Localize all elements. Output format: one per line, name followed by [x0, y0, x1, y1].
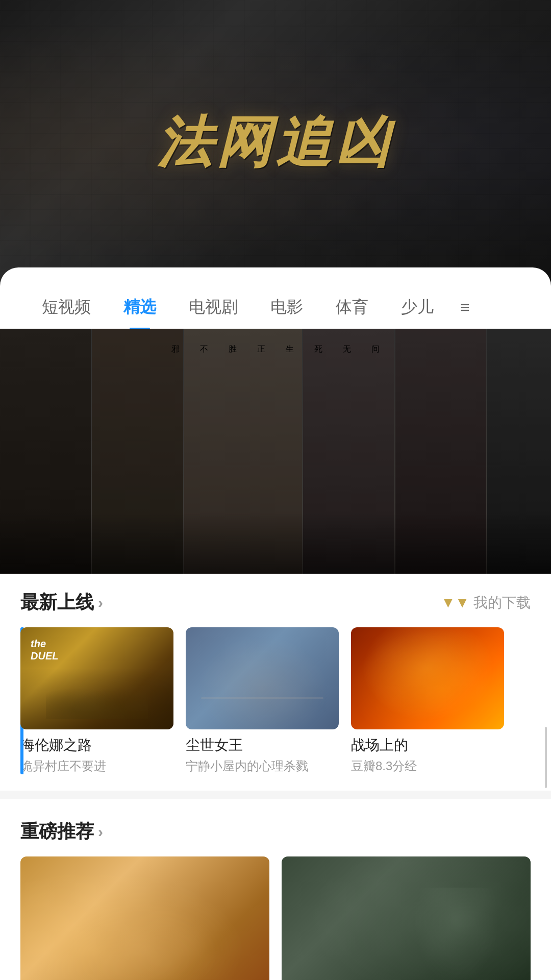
tab-featured[interactable]: 精选: [107, 286, 172, 329]
hero-title: 法网追凶: [157, 106, 394, 180]
newest-scroll-list[interactable]: theDUEL 海伦娜之路 诡异村庄不要进 尘世女王 宁静小屋内的心理杀戮: [0, 627, 551, 787]
tab-tvshow[interactable]: 电视剧: [172, 286, 254, 329]
recommend-title: 重磅推荐 ›: [20, 819, 103, 844]
thumb-battlefield-bg: [351, 627, 504, 729]
grid-card-love[interactable]: 全20集 爱的代价: [20, 856, 269, 980]
thumb-love-bg: [20, 856, 269, 980]
duel-subtitle: 诡异村庄不要进: [20, 758, 173, 774]
recommend-grid: 全20集 爱的代价 全40集 江湖正道·斗顽匪: [0, 856, 551, 980]
recommend-arrow[interactable]: ›: [98, 823, 103, 841]
thumb-love[interactable]: 全20集: [20, 856, 269, 980]
download-label: 我的下载: [473, 593, 531, 612]
queen-title: 尘世女王: [186, 736, 339, 755]
thumb-river[interactable]: 全40集: [282, 856, 531, 980]
tab-movie[interactable]: 电影: [254, 286, 319, 329]
tab-kids[interactable]: 少儿: [385, 286, 450, 329]
banner-gradient: [0, 512, 551, 574]
media-card-queen[interactable]: 尘世女王 宁静小屋内的心理杀戮: [186, 627, 339, 774]
battlefield-title: 战场上的: [351, 736, 504, 755]
thumb-battlefield[interactable]: [351, 627, 504, 729]
thumb-duel-bg: theDUEL: [20, 627, 173, 729]
banner-char-7: 无: [343, 344, 351, 355]
scrollbar-indicator: [545, 727, 547, 788]
banner-char-4: 正: [257, 344, 265, 355]
media-card-battlefield[interactable]: 战场上的 豆瓣8.3分经: [351, 627, 504, 774]
download-icon: ▼▼: [441, 595, 469, 611]
queen-subtitle: 宁静小屋内的心理杀戮: [186, 758, 339, 774]
banner-char-1: 邪: [171, 344, 180, 355]
duel-title-overlay: theDUEL: [31, 638, 58, 662]
banner-char-3: 胜: [229, 344, 237, 355]
grid-card-river[interactable]: 全40集 江湖正道·斗顽匪: [282, 856, 531, 980]
thumb-queen-bg: [186, 627, 339, 729]
newest-section-header: 最新上线 › ▼▼ 我的下载: [0, 574, 551, 627]
recommend-section-header: 重磅推荐 ›: [0, 803, 551, 856]
newest-arrow[interactable]: ›: [98, 594, 103, 611]
media-card-duel[interactable]: theDUEL 海伦娜之路 诡异村庄不要进: [20, 627, 173, 774]
more-menu-button[interactable]: ≡: [450, 288, 480, 327]
banner-char-6: 死: [314, 344, 322, 355]
section-divider: [0, 791, 551, 799]
thumb-queen[interactable]: [186, 627, 339, 729]
banner-char-2: 不: [200, 344, 208, 355]
duel-title: 海伦娜之路: [20, 736, 173, 755]
main-card: 短视频 精选 电视剧 电影 体育 少儿 ≡ 邪 不 胜 正 生 死 无 间: [0, 267, 551, 980]
thumb-duel[interactable]: theDUEL: [20, 627, 173, 729]
hero-section: 法网追凶: [0, 0, 551, 286]
thumb-river-bg: [282, 856, 531, 980]
battlefield-subtitle: 豆瓣8.3分经: [351, 758, 504, 774]
banner-slider[interactable]: 邪 不 胜 正 生 死 无 间: [0, 329, 551, 574]
banner-text-overlay: 邪 不 胜 正 生 死 无 间: [0, 344, 551, 355]
banner-char-8: 间: [371, 344, 380, 355]
tab-shortvideo[interactable]: 短视频: [26, 286, 107, 329]
banner-char-5: 生: [286, 344, 294, 355]
newest-title: 最新上线 ›: [20, 590, 103, 615]
banner-image: 邪 不 胜 正 生 死 无 间: [0, 329, 551, 574]
tab-sports[interactable]: 体育: [319, 286, 385, 329]
nav-tabs: 短视频 精选 电视剧 电影 体育 少儿 ≡: [0, 267, 551, 329]
download-button[interactable]: ▼▼ 我的下载: [441, 593, 531, 612]
